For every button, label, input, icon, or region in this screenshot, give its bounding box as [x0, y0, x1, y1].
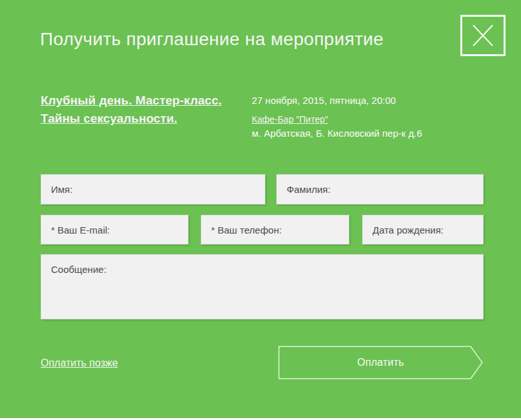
- event-title-link[interactable]: Клубный день. Мастер-класс. Тайны сексуа…: [41, 92, 241, 128]
- last-name-input[interactable]: [276, 174, 484, 205]
- event-venue-link[interactable]: Кафе-Бар "Питер": [252, 114, 328, 125]
- event-title-line1: Клубный день. Мастер-класс.: [41, 92, 241, 110]
- event-meta: 27 ноября, 2015, пятница, 20:00 Кафе-Бар…: [252, 95, 422, 139]
- event-datetime: 27 ноября, 2015, пятница, 20:00: [252, 95, 422, 106]
- pay-later-link[interactable]: Оплатить позже: [41, 357, 118, 369]
- birth-date-input[interactable]: [362, 215, 484, 245]
- first-name-input[interactable]: [41, 174, 265, 205]
- event-title-line2: Тайны сексуальности.: [41, 110, 241, 128]
- close-icon: [471, 23, 495, 48]
- pay-button-label: Оплатить: [278, 346, 483, 379]
- invitation-modal: Получить приглашение на мероприятие Клуб…: [0, 0, 521, 418]
- phone-input[interactable]: [201, 215, 349, 245]
- email-input[interactable]: [41, 215, 189, 245]
- modal-title: Получить приглашение на мероприятие: [40, 29, 383, 50]
- event-address: м. Арбатская, Б. Кисловский пер-к д.6: [252, 128, 422, 139]
- pay-button[interactable]: Оплатить: [278, 346, 483, 379]
- message-textarea[interactable]: [41, 254, 484, 319]
- close-button[interactable]: [460, 15, 506, 56]
